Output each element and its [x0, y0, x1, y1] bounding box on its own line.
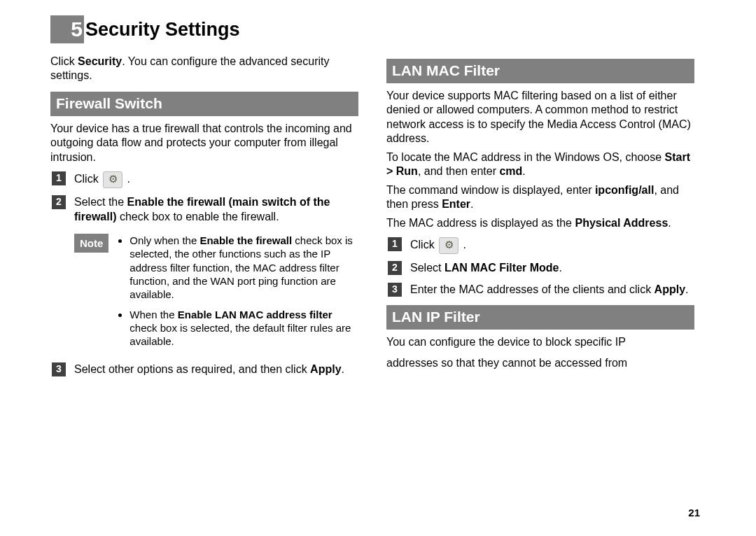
step3-post: .: [342, 363, 344, 375]
note-bullet-1: Only when the Enable the firewall check …: [130, 234, 358, 301]
note-bullet-2: When the Enable LAN MAC address filter c…: [130, 308, 358, 348]
manual-page: 5 Security Settings Click Security. You …: [0, 0, 756, 536]
chapter-header: 5 Security Settings: [50, 15, 706, 43]
gear-icon: [103, 171, 122, 188]
step1-post: .: [127, 173, 130, 185]
step1-pre: Click: [74, 173, 102, 185]
mac-para-2: To locate the MAC address in the Windows…: [386, 150, 694, 179]
left-column: Click Security. You can configure the ad…: [50, 50, 358, 383]
right-column: LAN MAC Filter Your device supports MAC …: [386, 50, 694, 383]
step-number-1b: 1: [388, 237, 402, 251]
mac-para-3: The command window is displayed, enter i…: [386, 183, 694, 212]
mac-para-4: The MAC address is displayed as the Phys…: [386, 216, 694, 230]
ip-para-1b: addresses so that they cannot be accesse…: [386, 356, 694, 370]
step-number-2: 2: [52, 195, 66, 209]
step2-pre: Select the: [74, 196, 127, 208]
section-lan-ip: LAN IP Filter: [386, 305, 694, 330]
page-number: 21: [688, 506, 700, 519]
firewall-step-3: 3 Select other options as required, and …: [50, 362, 358, 376]
chapter-number-box: 5: [50, 15, 84, 43]
mac-step1-post: .: [463, 239, 466, 251]
intro-text: Click: [50, 55, 78, 67]
section-firewall-switch: Firewall Switch: [50, 92, 358, 116]
mac-para-1: Your device supports MAC filtering based…: [386, 89, 694, 146]
gear-icon: [439, 237, 458, 254]
step-number-2b: 2: [388, 261, 402, 275]
firewall-step-2: 2 Select the Enable the firewall (main s…: [50, 195, 358, 224]
mac-step1-pre: Click: [410, 239, 438, 251]
step3-pre: Select other options as required, and th…: [74, 363, 310, 375]
section-lan-mac: LAN MAC Filter: [386, 59, 694, 83]
step-number-1: 1: [52, 171, 66, 185]
intro-paragraph: Click Security. You can configure the ad…: [50, 55, 358, 83]
note-body: Only when the Enable the firewall check …: [117, 234, 358, 355]
mac-step-3: 3 Enter the MAC addresses of the clients…: [386, 283, 694, 297]
step2-post: check box to enable the firewall.: [116, 211, 279, 223]
chapter-title: Security Settings: [84, 15, 240, 43]
mac-step-2: 2 Select LAN MAC Filter Mode.: [386, 261, 694, 275]
firewall-desc: Your device has a true firewall that con…: [50, 122, 358, 164]
firewall-step-1: 1 Click .: [50, 171, 358, 188]
step-number-3: 3: [52, 362, 66, 376]
intro-bold: Security: [78, 55, 122, 67]
step-number-3b: 3: [388, 283, 402, 297]
ip-para-1a: You can configure the device to block sp…: [386, 335, 694, 349]
note-badge: Note: [74, 234, 108, 253]
mac-step-1: 1 Click .: [386, 237, 694, 254]
step3-bold: Apply: [310, 363, 341, 375]
note-block: Note Only when the Enable the firewall c…: [74, 234, 358, 355]
